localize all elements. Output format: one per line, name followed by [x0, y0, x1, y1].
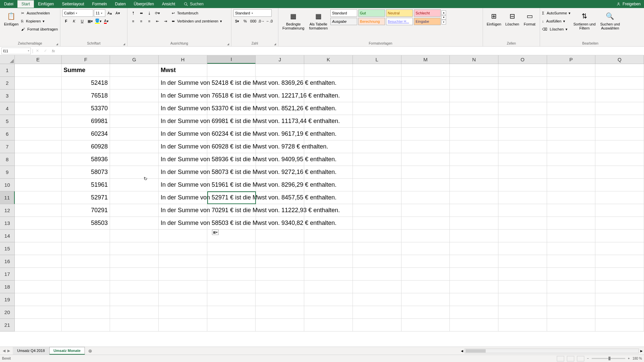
cell-K16[interactable]	[304, 255, 353, 268]
cell-O17[interactable]	[498, 268, 547, 281]
cell-I20[interactable]	[207, 306, 256, 319]
cell-I1[interactable]	[207, 64, 256, 77]
cell-L9[interactable]	[353, 166, 401, 179]
launcher-icon[interactable]: ◢	[123, 43, 125, 46]
row-header[interactable]: 6	[0, 128, 15, 140]
cell-G19[interactable]	[110, 293, 159, 306]
cell-P21[interactable]	[547, 319, 596, 331]
ribbon-tab-einfügen[interactable]: Einfügen	[34, 0, 58, 8]
cell-I18[interactable]	[207, 281, 256, 293]
cell-K21[interactable]	[304, 319, 353, 331]
share-button[interactable]: Freigeben	[616, 2, 641, 6]
format-as-table-button[interactable]: ▦ Als Tabelle formatieren	[307, 9, 330, 32]
cell-N6[interactable]	[450, 128, 498, 140]
cell-O5[interactable]	[498, 115, 547, 128]
cell-L6[interactable]	[353, 128, 401, 140]
cell-G7[interactable]	[110, 140, 159, 153]
cell-G5[interactable]	[110, 115, 159, 128]
row-header[interactable]: 17	[0, 268, 15, 281]
page-break-view-button[interactable]	[577, 356, 584, 361]
cell-M5[interactable]	[401, 115, 450, 128]
ribbon-tab-datei[interactable]: Datei	[0, 0, 17, 8]
cell-L14[interactable]	[353, 230, 401, 242]
cell-L11[interactable]	[353, 191, 401, 204]
cell-M20[interactable]	[401, 306, 450, 319]
page-layout-view-button[interactable]	[567, 356, 574, 361]
cell-Q5[interactable]	[595, 115, 644, 128]
cell-M16[interactable]	[401, 255, 450, 268]
percent-button[interactable]: %	[241, 17, 249, 25]
cell-N13[interactable]	[450, 217, 498, 230]
cell-Q11[interactable]	[595, 191, 644, 204]
cell-F4[interactable]: 53370	[62, 102, 110, 115]
cell-F18[interactable]	[62, 281, 110, 293]
cell-style-schlecht[interactable]: Schlecht	[414, 9, 441, 17]
cell-M2[interactable]	[401, 77, 450, 89]
cell-O2[interactable]	[498, 77, 547, 89]
cell-O11[interactable]	[498, 191, 547, 204]
shrink-font-button[interactable]: A▾	[114, 9, 121, 17]
align-left-button[interactable]: ≡	[129, 17, 137, 25]
cell-L19[interactable]	[353, 293, 401, 306]
cell-F21[interactable]	[62, 319, 110, 331]
cell-G16[interactable]	[110, 255, 159, 268]
cell-G9[interactable]	[110, 166, 159, 179]
zoom-in-button[interactable]: +	[628, 357, 630, 360]
format-cells-button[interactable]: ▭Format	[522, 9, 538, 27]
column-header-G[interactable]: G	[110, 55, 159, 64]
cell-K14[interactable]	[304, 230, 353, 242]
cell-E6[interactable]	[15, 128, 62, 140]
cell-J16[interactable]	[256, 255, 304, 268]
cell-F12[interactable]: 70291	[62, 204, 110, 217]
cell-J18[interactable]	[256, 281, 304, 293]
cell-Q9[interactable]	[595, 166, 644, 179]
cell-O12[interactable]	[498, 204, 547, 217]
cell-N8[interactable]	[450, 153, 498, 166]
column-header-I[interactable]: I	[207, 55, 256, 64]
align-center-button[interactable]: ≡	[138, 17, 145, 25]
wrap-text-button[interactable]: ↩ Textumbruch	[172, 9, 222, 17]
cell-O7[interactable]	[498, 140, 547, 153]
cell-H3[interactable]: In der Summe von 76518 € ist die Mwst vo…	[159, 89, 207, 102]
cell-H21[interactable]	[159, 319, 207, 331]
cell-Q10[interactable]	[595, 179, 644, 191]
find-select-button[interactable]: 🔍Suchen und Auswählen	[598, 9, 622, 32]
cell-E3[interactable]	[15, 89, 62, 102]
cell-L20[interactable]	[353, 306, 401, 319]
cell-Q20[interactable]	[595, 306, 644, 319]
cell-M12[interactable]	[401, 204, 450, 217]
cell-O19[interactable]	[498, 293, 547, 306]
underline-button[interactable]: U	[78, 17, 86, 25]
cell-P3[interactable]	[547, 89, 596, 102]
cell-F13[interactable]: 58503	[62, 217, 110, 230]
cell-J14[interactable]	[256, 230, 304, 242]
cell-L1[interactable]	[353, 64, 401, 77]
cell-H4[interactable]: In der Summe von 53370 € ist die Mwst vo…	[159, 102, 207, 115]
cell-Q6[interactable]	[595, 128, 644, 140]
cell-Q18[interactable]	[595, 281, 644, 293]
cell-F8[interactable]: 58936	[62, 153, 110, 166]
cell-M4[interactable]	[401, 102, 450, 115]
align-middle-button[interactable]: ⬌	[138, 9, 145, 17]
name-box[interactable]: I11	[1, 48, 31, 54]
cell-E1[interactable]	[15, 64, 62, 77]
cell-G14[interactable]	[110, 230, 159, 242]
tell-me-search[interactable]: Suchen	[184, 2, 204, 6]
cell-H2[interactable]: In der Summe von 52418 € ist die Mwst vo…	[159, 77, 207, 89]
fill-color-button[interactable]: 🪣▾	[95, 17, 102, 25]
cell-Q15[interactable]	[595, 242, 644, 255]
launcher-icon[interactable]: ◢	[274, 43, 276, 46]
spreadsheet-grid[interactable]: EFGHIJKLMNOPQ 1SummeMwst252418In der Sum…	[0, 55, 644, 347]
row-header[interactable]: 10	[0, 179, 15, 191]
autosum-button[interactable]: Σ AutoSumme ▾	[542, 9, 571, 17]
cell-M11[interactable]	[401, 191, 450, 204]
cell-E13[interactable]	[15, 217, 62, 230]
cell-M1[interactable]	[401, 64, 450, 77]
launcher-icon[interactable]: ◢	[227, 43, 229, 46]
cell-G21[interactable]	[110, 319, 159, 331]
cell-N2[interactable]	[450, 77, 498, 89]
row-header[interactable]: 3	[0, 89, 15, 102]
cell-L21[interactable]	[353, 319, 401, 331]
cell-K1[interactable]	[304, 64, 353, 77]
confirm-formula-button[interactable]: ✓	[41, 49, 49, 53]
